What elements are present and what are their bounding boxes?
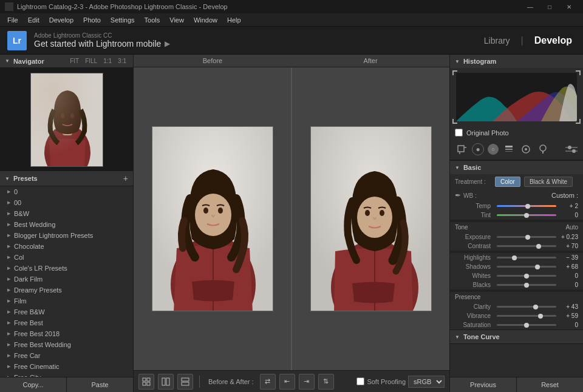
- histogram-header[interactable]: ▼ Histogram: [450, 55, 583, 68]
- highlights-slider-thumb[interactable]: [512, 255, 517, 260]
- whites-slider-track[interactable]: [497, 275, 556, 277]
- list-item[interactable]: ▶Cole's LR Presets: [0, 263, 133, 274]
- list-item[interactable]: ▶Chocolate: [0, 241, 133, 252]
- soft-proofing-dropdown[interactable]: sRGB: [408, 376, 445, 388]
- previous-button[interactable]: Previous: [450, 377, 517, 392]
- list-item[interactable]: ▶Free Car: [0, 350, 133, 361]
- crop-tool-icon[interactable]: [455, 143, 468, 156]
- tone-auto-button[interactable]: Auto: [565, 224, 578, 231]
- list-item[interactable]: ▶0: [0, 186, 133, 197]
- original-photo-checkbox[interactable]: [455, 129, 463, 137]
- svg-point-44: [568, 146, 571, 149]
- contrast-slider-track[interactable]: [497, 245, 556, 247]
- menu-help[interactable]: Help: [222, 15, 246, 25]
- exposure-slider-track[interactable]: [497, 236, 556, 238]
- clarity-slider-thumb[interactable]: [533, 305, 538, 309]
- svg-rect-32: [458, 146, 464, 152]
- radial-filter-icon[interactable]: [519, 143, 533, 156]
- navigator-header[interactable]: ▼ Navigator FIT FILL 1:1 3:1: [0, 55, 133, 68]
- graduated-filter-icon[interactable]: [502, 143, 516, 156]
- copy-to-before[interactable]: ⇤: [279, 374, 295, 390]
- list-item[interactable]: ▶B&W: [0, 208, 133, 219]
- svg-point-21: [357, 197, 392, 238]
- menu-view[interactable]: View: [165, 15, 189, 25]
- paste-button[interactable]: Paste: [67, 377, 133, 392]
- nav-opt-fill[interactable]: FILL: [83, 57, 99, 65]
- menu-edit[interactable]: Edit: [23, 15, 44, 25]
- nav-library[interactable]: Library: [480, 33, 514, 48]
- list-item[interactable]: ▶Blogger Lightroom Presets: [0, 230, 133, 241]
- list-item[interactable]: ▶Free B&W: [0, 306, 133, 317]
- color-treatment-button[interactable]: Color: [495, 177, 520, 187]
- list-item[interactable]: ▶Free Best Wedding: [0, 339, 133, 350]
- vibrance-slider-track[interactable]: [497, 315, 556, 317]
- nav-opt-1-1[interactable]: 1:1: [101, 57, 114, 65]
- vibrance-slider-thumb[interactable]: [538, 314, 543, 319]
- list-item[interactable]: ▶Col: [0, 252, 133, 263]
- list-item[interactable]: ▶00: [0, 197, 133, 208]
- preset-triangle: ▶: [7, 364, 10, 369]
- shadows-slider-track[interactable]: [497, 266, 556, 268]
- histogram-wrapper: [450, 68, 583, 126]
- bw-treatment-button[interactable]: Black & White: [524, 177, 573, 187]
- menu-develop[interactable]: Develop: [44, 15, 78, 25]
- tint-slider-thumb[interactable]: [524, 213, 529, 218]
- add-preset-button[interactable]: +: [123, 174, 128, 183]
- saturation-slider-track[interactable]: [497, 324, 556, 326]
- saturation-slider-thumb[interactable]: [524, 323, 529, 328]
- copy-to-after[interactable]: ⇥: [299, 374, 315, 390]
- nav-opt-fit[interactable]: FIT: [68, 57, 81, 65]
- tone-curve-header[interactable]: ▼ Tone Curve: [450, 330, 583, 343]
- list-item[interactable]: ▶Film: [0, 296, 133, 306]
- before-after-toggle[interactable]: [177, 374, 193, 390]
- list-item[interactable]: ▶Dark Film: [0, 274, 133, 285]
- redeye-icon[interactable]: ○: [488, 144, 499, 155]
- shadows-slider-thumb[interactable]: [535, 265, 540, 269]
- navigator-options[interactable]: FIT FILL 1:1 3:1: [68, 57, 128, 65]
- menu-window[interactable]: Window: [189, 15, 222, 25]
- list-item[interactable]: ▶Free City: [0, 372, 133, 377]
- swap-before-after[interactable]: ⇄: [260, 374, 276, 390]
- slider-icon[interactable]: [565, 143, 578, 156]
- menu-tools[interactable]: Tools: [140, 15, 165, 25]
- exposure-slider-thumb[interactable]: [525, 235, 530, 240]
- list-item[interactable]: ▶Dreamy Presets: [0, 285, 133, 296]
- spot-removal-icon[interactable]: ●: [472, 143, 484, 155]
- menu-settings[interactable]: Settings: [106, 15, 140, 25]
- play-button[interactable]: ▶: [165, 39, 170, 48]
- list-item[interactable]: ▶Free Cinematic: [0, 361, 133, 372]
- adjustment-brush-icon[interactable]: [536, 143, 550, 156]
- soft-proofing-checkbox[interactable]: [356, 377, 364, 385]
- close-button[interactable]: ✕: [560, 0, 578, 13]
- basic-header[interactable]: ▼ Basic: [450, 161, 583, 174]
- nav-develop[interactable]: Develop: [531, 33, 576, 49]
- temp-slider-track[interactable]: [497, 205, 556, 207]
- exposure-value: + 0.23: [559, 234, 578, 240]
- contrast-slider-thumb[interactable]: [536, 244, 541, 249]
- reset-button[interactable]: Reset: [517, 377, 583, 392]
- presets-header[interactable]: ▼ Presets +: [0, 171, 133, 186]
- tint-value: 0: [559, 212, 578, 218]
- grid-view-button[interactable]: [138, 374, 154, 390]
- blacks-slider-thumb[interactable]: [524, 283, 529, 288]
- compare-view-button[interactable]: [158, 374, 174, 390]
- eyedropper-icon[interactable]: ✒: [455, 191, 461, 200]
- window-controls[interactable]: — □ ✕: [521, 0, 578, 13]
- tint-slider-track[interactable]: [497, 214, 556, 216]
- whites-slider-thumb[interactable]: [524, 274, 529, 279]
- minimize-button[interactable]: —: [521, 0, 539, 13]
- temp-slider-thumb[interactable]: [525, 204, 530, 209]
- maximize-button[interactable]: □: [540, 0, 559, 13]
- copy-button[interactable]: Copy...: [0, 377, 67, 392]
- wb-value: Custom :: [551, 192, 578, 199]
- menu-photo[interactable]: Photo: [78, 15, 106, 25]
- list-item[interactable]: ▶Best Wedding: [0, 219, 133, 230]
- highlights-slider-track[interactable]: [497, 257, 556, 259]
- list-item[interactable]: ▶Free Best: [0, 317, 133, 328]
- blacks-slider-track[interactable]: [497, 284, 556, 286]
- list-item[interactable]: ▶Free Best 2018: [0, 328, 133, 339]
- swap-view[interactable]: ⇅: [318, 374, 334, 390]
- nav-opt-3-1[interactable]: 3:1: [116, 57, 128, 65]
- clarity-slider-track[interactable]: [497, 306, 556, 308]
- menu-file[interactable]: File: [2, 15, 23, 25]
